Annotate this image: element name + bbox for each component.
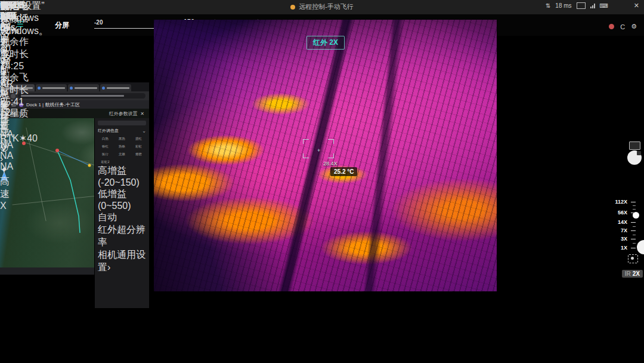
spot-meter-crosshair: +	[303, 139, 334, 158]
zoom-level-3x[interactable]: 3X	[621, 236, 627, 242]
zoom-level-56x[interactable]: 56X	[618, 210, 627, 216]
status-dot-icon	[290, 5, 295, 10]
palette-option[interactable]: 白热	[98, 136, 113, 141]
palette-grid: 白热 黑热 描红 铁红 热铁 彩虹 医疗 北极 熔岩 彩虹2	[98, 136, 146, 165]
palette-option[interactable]: 彩虹	[131, 143, 146, 149]
emergency-stop-button[interactable]: 急停	[0, 125, 10, 150]
ir-zoom-badge[interactable]: 红外 2X	[306, 36, 345, 50]
palette-option[interactable]: 医疗	[98, 151, 113, 157]
gain-option[interactable]: 高增益 (-20~150)	[98, 165, 146, 188]
zoom-level-14x[interactable]: 14X	[618, 219, 627, 225]
window-title: 远程控制-手动飞行	[299, 3, 354, 10]
palette-option[interactable]: 北极	[114, 151, 129, 157]
range-min: -20	[94, 19, 103, 26]
thermal-video-view[interactable]: 红外 2X + 28.4X 25.2 °C	[154, 20, 497, 291]
zoom-level-7x[interactable]: 7X	[621, 227, 627, 233]
browser-tab[interactable]	[100, 84, 131, 91]
satellite-count: 40	[27, 133, 38, 143]
zoom-dial[interactable]	[637, 240, 644, 254]
palette-option[interactable]: 黑热	[114, 136, 129, 141]
titlebar-status-cluster: ⇅ 18 ms ⌨	[546, 2, 608, 9]
palette-option[interactable]: 描红	[131, 136, 146, 141]
record-button[interactable]	[609, 24, 614, 29]
windows-watermark-subtitle: 转到“设置”以激活 Windows。	[0, 0, 48, 38]
mini-screen-icon[interactable]	[629, 141, 640, 150]
palette-dropdown[interactable]	[98, 121, 146, 125]
hint-right: ›	[0, 153, 3, 164]
palette-option[interactable]: 彩虹2	[98, 159, 113, 165]
hint-descend: ✦	[0, 165, 8, 175]
gain-option[interactable]: 自动	[98, 211, 146, 224]
browser-tab[interactable]	[68, 84, 99, 91]
spot-temperature: 25.2 °C	[330, 167, 357, 176]
camera-general-settings[interactable]: 相机通用设置›	[98, 249, 146, 274]
palette-option[interactable]: 热铁	[114, 143, 129, 149]
keyboard-icon[interactable]: ⌨	[600, 2, 608, 9]
app-root: { "titlebar": {"title": "远程控制-手动飞行", "la…	[0, 0, 644, 363]
speed-shortcut-badge: X	[0, 201, 7, 211]
chevron-right-icon: ›	[107, 262, 110, 272]
camera-controls: C ⚙	[609, 23, 637, 30]
return-home-button[interactable]: 返航	[0, 50, 10, 75]
browser-tab[interactable]	[36, 84, 67, 91]
palette-section-label: 红外调色盘	[98, 128, 119, 134]
signal-bars-icon	[590, 3, 595, 8]
shutter-button[interactable]	[627, 150, 642, 165]
split-screen-button[interactable]: 分屏	[55, 20, 69, 30]
speed-mode-button[interactable]: 高速	[0, 176, 10, 199]
collapse-chevron-icon[interactable]: ⌄	[142, 128, 146, 134]
zoom-level-1x[interactable]: 1X	[621, 245, 627, 251]
window-titlebar: 远程控制-手动飞行 ⇅ 18 ms ⌨ ✕	[0, 0, 644, 15]
zoom-slider-knob[interactable]	[633, 212, 639, 219]
satellite-icon: ✶	[19, 133, 27, 143]
settings-gear-icon[interactable]: ⚙	[631, 23, 637, 30]
refresh-icon[interactable]: C	[620, 23, 625, 30]
palette-option[interactable]: 铁红	[98, 143, 113, 149]
palette-option[interactable]: 熔岩	[131, 151, 146, 157]
ir-settings-panel: 红外调色盘⌄ 白热 黑热 描红 铁红 热铁 彩虹 医疗 北极 熔岩 彩虹2 高增…	[94, 118, 149, 308]
super-resolution-label: 红外超分辨率	[98, 224, 145, 247]
spot-zoom-value: 28.4X	[323, 161, 338, 167]
panel-close-icon[interactable]: ✕	[140, 111, 144, 116]
ir-mode-badge[interactable]: IR2X	[622, 270, 643, 278]
emergency-land-button[interactable]: 紧急降落	[0, 75, 10, 125]
close-button[interactable]: ✕	[634, 2, 639, 10]
crosshair-icon: +	[317, 147, 320, 153]
latency-icon: ⇅	[546, 2, 550, 9]
latency-value: 18 ms	[555, 2, 571, 9]
zoom-level-112x[interactable]: 112X	[615, 199, 627, 205]
ir-panel-title: 红外参数设置	[109, 111, 138, 116]
focus-camera-icon[interactable]	[628, 254, 638, 263]
zoom-rail: 112X 56X 14X 7X 3X 1X IR2X	[608, 197, 644, 287]
gain-option[interactable]: 低增益 (0~550)	[98, 188, 146, 211]
screen-icon	[577, 2, 586, 9]
